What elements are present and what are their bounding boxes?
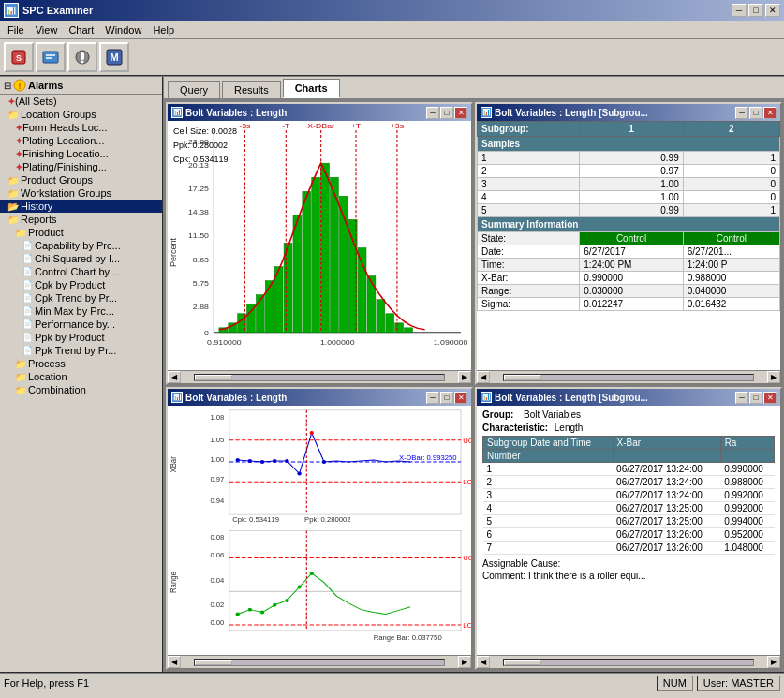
data-table-close-btn[interactable]: ✕: [763, 107, 777, 119]
control-chart-scroll-right[interactable]: ▶: [458, 656, 471, 668]
tree-item-reports[interactable]: 📁 Reports: [0, 213, 162, 226]
data-table-scroll-thumb[interactable]: [504, 375, 541, 380]
log-col-spacer1: [613, 450, 720, 463]
menu-help[interactable]: Help: [147, 22, 180, 37]
data-table-minimize-btn[interactable]: ─: [735, 107, 748, 119]
histogram-minimize-btn[interactable]: ─: [426, 107, 439, 119]
log-r1-xbar: 0.990000: [720, 463, 774, 476]
tree-item-product[interactable]: 📁 Product: [0, 226, 162, 239]
log-r3-num: 3: [483, 489, 614, 502]
data-log-maximize-btn[interactable]: □: [749, 392, 762, 404]
control-chart-maximize-btn[interactable]: □: [440, 392, 453, 404]
sample-5-val1: 0.99: [580, 204, 683, 217]
log-r6-xbar: 0.952000: [720, 528, 774, 542]
data-log-close-btn[interactable]: ✕: [763, 392, 777, 404]
data-table-scroll-left[interactable]: ◀: [477, 371, 490, 383]
toolbar-btn-2[interactable]: [36, 42, 66, 72]
data-log-content: Group: Bolt Variables Characteristic: Le…: [477, 406, 780, 655]
menu-window[interactable]: Window: [99, 22, 147, 37]
svg-text:+3s: +3s: [391, 121, 404, 130]
tree-item-finishing[interactable]: ✦ Finishing Locatio...: [0, 147, 162, 160]
minimize-button[interactable]: ─: [732, 4, 747, 17]
tab-charts[interactable]: Charts: [283, 79, 340, 98]
histogram-scroll-left[interactable]: ◀: [168, 371, 181, 383]
sample-row-3: 3 1.00 0: [478, 178, 780, 191]
status-num: NUM: [657, 676, 693, 691]
control-chart-close-btn[interactable]: ✕: [454, 392, 467, 404]
tree-item-min-max[interactable]: 📄 Min Max by Prc...: [0, 304, 162, 318]
folder-icon-product: 📁: [15, 228, 26, 238]
data-table-scrollbar[interactable]: ◀ ▶: [477, 370, 780, 383]
histogram-scroll-track[interactable]: [194, 374, 445, 381]
data-log-scroll-track[interactable]: [503, 659, 754, 666]
control-chart-controls[interactable]: ─ □ ✕: [426, 392, 467, 404]
sample-num-4: 4: [478, 191, 580, 204]
toolbar-icon-3: [73, 48, 92, 67]
toolbar-btn-1[interactable]: S: [4, 42, 34, 72]
tree-item-form-heads[interactable]: ✦ Form Heads Loc...: [0, 121, 162, 134]
data-log-scrollbar[interactable]: ◀ ▶: [477, 655, 780, 668]
histogram-maximize-btn[interactable]: □: [440, 107, 453, 119]
toolbar-btn-3[interactable]: [67, 42, 97, 72]
tree-item-control-chart[interactable]: 📄 Control Chart by ...: [0, 265, 162, 278]
maximize-button[interactable]: □: [748, 4, 763, 17]
tab-query[interactable]: Query: [168, 81, 220, 98]
menu-file[interactable]: File: [2, 22, 30, 37]
control-chart-minimize-btn[interactable]: ─: [426, 392, 439, 404]
data-log-scroll-left[interactable]: ◀: [477, 656, 490, 668]
tree-collapse-icon[interactable]: ⊟: [4, 81, 11, 91]
menu-view[interactable]: View: [30, 22, 64, 37]
tree-item-plating-location[interactable]: ✦ Plating Location...: [0, 134, 162, 147]
svg-text:0.00: 0.00: [210, 619, 224, 627]
control-chart-scroll-track[interactable]: [194, 659, 445, 666]
tree-item-plating-finishing[interactable]: ✦ Plating/Finishing...: [0, 160, 162, 173]
sample-1-val1: 0.99: [580, 152, 683, 165]
tree-item-performance[interactable]: 📄 Performance by...: [0, 318, 162, 331]
log-r7-xbar: 1.048000: [720, 542, 774, 555]
data-table-maximize-btn[interactable]: □: [749, 107, 762, 119]
svg-text:1.090000: 1.090000: [434, 337, 468, 347]
tree-item-ppk[interactable]: 📄 Ppk by Product: [0, 331, 162, 344]
control-chart-scroll-thumb[interactable]: [195, 660, 232, 665]
title-bar-controls[interactable]: ─ □ ✕: [732, 4, 780, 17]
histogram-controls[interactable]: ─ □ ✕: [426, 107, 467, 119]
tree-item-cpk-by-product[interactable]: 📄 Cpk by Product: [0, 278, 162, 291]
histogram-scroll-right[interactable]: ▶: [458, 371, 471, 383]
tree-item-location-groups[interactable]: 📁 Location Groups: [0, 108, 162, 121]
sample-num-2: 2: [478, 165, 580, 178]
tree-item-all-sets[interactable]: ✦ (All Sets): [0, 95, 162, 108]
tree-item-product-groups[interactable]: 📁 Product Groups: [0, 173, 162, 186]
data-log-scroll-right[interactable]: ▶: [767, 656, 780, 668]
tree-item-process[interactable]: 📁 Process: [0, 357, 162, 370]
tree-item-workstation-groups[interactable]: 📁 Workstation Groups: [0, 186, 162, 200]
date-label: Date:: [478, 245, 580, 259]
tree-item-capability[interactable]: 📄 Capability by Prc...: [0, 239, 162, 252]
histogram-scroll-thumb[interactable]: [195, 375, 232, 380]
data-table-scroll-right[interactable]: ▶: [767, 371, 780, 383]
tree-item-ppk-trend[interactable]: 📄 Ppk Trend by Pr...: [0, 344, 162, 357]
tree-item-chi-squared[interactable]: 📄 Chi Squared by I...: [0, 252, 162, 265]
svg-rect-45: [377, 300, 385, 333]
svg-rect-35: [284, 243, 292, 332]
tab-results[interactable]: Results: [222, 81, 281, 98]
tree-item-cpk-trend[interactable]: 📄 Cpk Trend by Pr...: [0, 291, 162, 304]
tree-item-location[interactable]: 📁 Location: [0, 370, 162, 383]
control-chart-scrollbar[interactable]: ◀ ▶: [168, 655, 471, 668]
folder-icon-history: 📂: [7, 201, 19, 212]
data-table-controls[interactable]: ─ □ ✕: [735, 107, 777, 119]
cross-icon-plating: ✦: [15, 136, 22, 146]
data-log-minimize-btn[interactable]: ─: [735, 392, 748, 404]
svg-point-101: [297, 586, 301, 589]
control-chart-scroll-left[interactable]: ◀: [168, 656, 181, 668]
tree-item-history[interactable]: 📂 History: [0, 200, 162, 213]
histogram-close-btn[interactable]: ✕: [454, 107, 467, 119]
toolbar-btn-4[interactable]: M: [99, 42, 129, 72]
tree-item-combination[interactable]: 📁 Combination: [0, 383, 162, 396]
tree-label-product: Product: [28, 227, 64, 238]
menu-chart[interactable]: Chart: [63, 22, 99, 37]
data-log-scroll-thumb[interactable]: [504, 660, 541, 665]
close-button[interactable]: ✕: [765, 4, 780, 17]
histogram-scrollbar[interactable]: ◀ ▶: [168, 370, 471, 383]
data-table-scroll-track[interactable]: [503, 374, 754, 381]
data-log-controls[interactable]: ─ □ ✕: [735, 392, 777, 404]
